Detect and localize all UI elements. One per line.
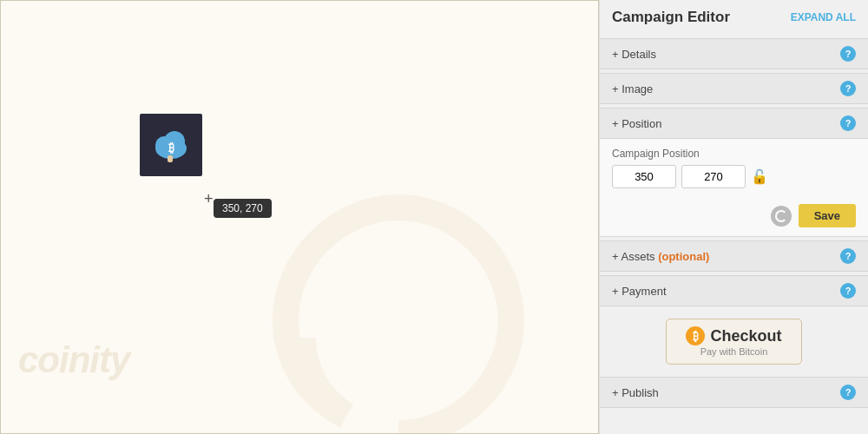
details-help-icon[interactable]: ? [840, 46, 856, 62]
publish-label: + Publish [612, 386, 659, 399]
position-inputs-row: 🔓 [612, 165, 856, 188]
payment-help-icon[interactable]: ? [840, 283, 856, 299]
image-label: + Image [612, 82, 653, 95]
assets-help-icon[interactable]: ? [840, 248, 856, 264]
section-image[interactable]: + Image ? [600, 73, 868, 104]
checkout-area: ₿ Checkout Pay with Bitcoin [600, 306, 868, 373]
position-expanded: Campaign Position 🔓 [600, 139, 868, 199]
divider-1 [600, 236, 868, 237]
section-position[interactable]: + Position ? [600, 108, 868, 139]
position-help-icon[interactable]: ? [840, 115, 856, 131]
lock-icon[interactable]: 🔓 [751, 168, 768, 185]
position-label: + Position [612, 117, 661, 130]
position-x-input[interactable] [612, 165, 676, 188]
campaign-image[interactable]: ₿ [140, 114, 202, 176]
panel-header: Campaign Editor EXPAND ALL [600, 0, 868, 35]
checkout-main-text: Checkout [710, 327, 781, 345]
canvas-watermark: coinity [18, 339, 129, 381]
details-label: + Details [612, 48, 656, 61]
section-assets[interactable]: + Assets (optional) ? [600, 240, 868, 272]
position-tooltip: 350, 270 [214, 199, 272, 218]
bitcoin-icon: ₿ [686, 326, 705, 345]
right-panel: Campaign Editor EXPAND ALL + Details ? +… [599, 0, 868, 434]
canvas-area[interactable]: coinity ₿ + 350, 270 [0, 0, 599, 434]
position-y-input[interactable] [681, 165, 746, 188]
checkout-bitcoin-button[interactable]: ₿ Checkout Pay with Bitcoin [666, 319, 801, 365]
svg-rect-3 [168, 155, 173, 162]
panel-title: Campaign Editor [612, 9, 730, 26]
payment-label: + Payment [612, 285, 667, 298]
save-row: Save [600, 199, 868, 236]
expand-all-button[interactable]: EXPAND ALL [791, 11, 856, 23]
campaign-position-label: Campaign Position [612, 148, 856, 160]
checkout-sub-text: Pay with Bitcoin [700, 346, 768, 357]
swirl-decoration [268, 190, 529, 434]
image-help-icon[interactable]: ? [840, 81, 856, 96]
svg-text:₿: ₿ [168, 141, 174, 155]
checkout-top-row: ₿ Checkout [686, 326, 781, 345]
bitcoin-cloud-icon: ₿ [148, 122, 194, 168]
section-details[interactable]: + Details ? [600, 38, 868, 69]
assets-label: + Assets (optional) [612, 250, 709, 263]
section-publish[interactable]: + Publish ? [600, 377, 868, 408]
section-payment[interactable]: + Payment ? [600, 275, 868, 306]
publish-help-icon[interactable]: ? [840, 385, 856, 400]
save-button[interactable]: Save [799, 204, 856, 227]
crosshair: + [204, 190, 214, 208]
reset-button[interactable] [771, 206, 792, 227]
